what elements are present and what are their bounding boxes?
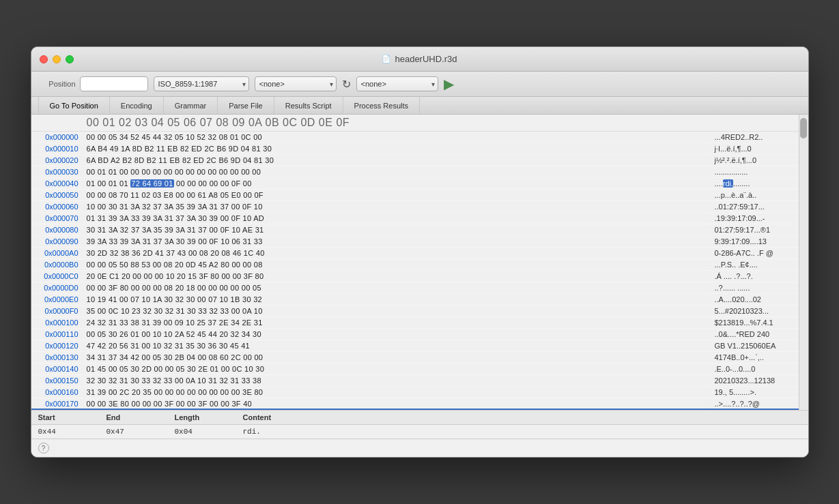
hex-row-21[interactable]: 0x000150 32 30 32 31 30 33 32 33 00 0A 1…: [31, 375, 799, 387]
status-col-end: End: [100, 412, 168, 423]
hex-offset-19: 0x000130: [31, 353, 83, 362]
hex-bytes-8: 30 31 3A 32 37 3A 35 39 3A 31 37 00 0F 1…: [83, 225, 710, 235]
status-col-length: Length: [168, 412, 236, 423]
hex-offset-12: 0x0000C0: [31, 271, 83, 281]
hex-bytes-1: 6A B4 49 1A 8D B2 11 EB 82 ED 2C B6 9D 0…: [83, 144, 710, 153]
hex-row-17[interactable]: 0x000110 00 05 30 26 01 00 10 10 2A 52 4…: [31, 329, 799, 340]
hex-ascii-5: ...p...è..a¨.à..: [710, 190, 799, 200]
maximize-button[interactable]: [66, 55, 74, 63]
hex-row-2[interactable]: 0x000020 6A BD A2 B2 8D B2 11 EB 82 ED 2…: [31, 155, 799, 166]
window-title: headerUHD.r3d: [395, 54, 457, 64]
hex-offset-11: 0x0000B0: [31, 260, 83, 269]
hex-bytes-16: 24 32 31 33 38 31 39 00 09 10 25 37 2E 3…: [83, 318, 710, 327]
hex-ascii-21: 20210323...12138: [710, 376, 799, 385]
help-icon[interactable]: ?: [38, 443, 49, 454]
hex-bytes-13: 00 00 3F 80 00 00 00 08 20 18 00 00 00 0…: [83, 283, 710, 293]
results-script-select[interactable]: <none>: [356, 76, 438, 91]
refresh-button[interactable]: ↻: [342, 78, 351, 91]
hex-ascii-22: 19., 5........>.: [710, 387, 799, 397]
hex-offset-10: 0x0000A0: [31, 248, 83, 258]
encoding-group: ISO_8859-1:1987: [154, 76, 249, 91]
hex-row-22[interactable]: 0x000160 31 39 00 2C 20 35 00 00 00 00 0…: [31, 387, 799, 398]
hex-ascii-header: [710, 116, 799, 130]
window-title-area: 📄 headerUHD.r3d: [382, 54, 457, 64]
hex-bytes-11: 00 00 05 50 88 53 00 08 20 0D 45 A2 80 0…: [83, 260, 710, 269]
hex-ascii-18: GB V1..215060EA: [710, 341, 799, 351]
grammar-select-wrapper: <none>: [255, 76, 337, 91]
hex-row-0[interactable]: 0x000000 00 00 05 34 52 45 44 32 05 10 5…: [31, 132, 799, 143]
hex-row-5[interactable]: 0x000050 00 00 08 70 11 02 03 E8 00 00 6…: [31, 190, 799, 201]
results-script-wrapper: <none>: [356, 76, 438, 91]
hex-ascii-16: $213819...%7.4.1: [710, 318, 799, 327]
hex-bytes-10: 30 2D 32 38 36 2D 41 37 43 00 08 20 08 4…: [83, 248, 710, 258]
hex-bytes-5: 00 00 08 70 11 02 03 E8 00 00 61 A8 05 E…: [83, 190, 710, 200]
hex-row-11[interactable]: 0x0000B0 00 00 05 50 88 53 00 08 20 0D 4…: [31, 259, 799, 271]
hex-ascii-9: 9:39:17:09....13: [710, 237, 799, 246]
nav-bar: Go To Position Encoding Grammar Parse Fi…: [31, 97, 808, 115]
hex-row-6[interactable]: 0x000060 10 00 30 31 3A 32 37 3A 35 39 3…: [31, 201, 799, 213]
hex-bytes-header: 00 01 02 03 04 05 06 07 08 09 0A 0B 0C 0…: [83, 116, 710, 130]
hex-row-18[interactable]: 0x000120 47 42 20 56 31 00 10 32 31 35 3…: [31, 340, 799, 352]
encoding-select[interactable]: ISO_8859-1:1987: [154, 76, 249, 91]
hex-bytes-23: 00 00 3E 80 00 00 00 3F 00 00 3F 00 00 3…: [83, 399, 710, 409]
hex-editor: 00 01 02 03 04 05 06 07 08 09 0A 0B 0C 0…: [31, 115, 808, 410]
hex-ascii-12: .Á .... .?...?.: [710, 271, 799, 281]
hex-row-12[interactable]: 0x0000C0 20 0E C1 20 00 00 00 10 20 15 3…: [31, 271, 799, 282]
hex-row-8[interactable]: 0x000080 30 31 3A 32 37 3A 35 39 3A 31 3…: [31, 224, 799, 236]
nav-goto-position[interactable]: Go To Position: [38, 97, 110, 114]
hex-row-14[interactable]: 0x0000E0 10 19 41 00 07 10 1A 30 32 30 0…: [31, 294, 799, 306]
status-header-row: Start End Length Content: [31, 411, 808, 425]
grammar-select[interactable]: <none>: [255, 76, 337, 91]
status-col-start: Start: [31, 412, 100, 423]
hex-offset-23: 0x000170: [31, 399, 83, 409]
hex-bytes-21: 32 30 32 31 30 33 32 33 00 0A 10 31 32 3…: [83, 376, 710, 385]
hex-bytes-2: 6A BD A2 B2 8D B2 11 EB 82 ED 2C B6 9D 0…: [83, 155, 710, 165]
position-input[interactable]: [80, 76, 148, 91]
nav-parse-file[interactable]: Parse File: [218, 97, 274, 114]
hex-row-20[interactable]: 0x000140 01 45 00 05 30 2D 00 00 05 30 2…: [31, 364, 799, 375]
hex-row-7[interactable]: 0x000070 01 31 39 3A 33 39 3A 31 37 3A 3…: [31, 213, 799, 224]
hex-row-3[interactable]: 0x000030 00 01 01 00 00 00 00 00 00 00 0…: [31, 166, 799, 178]
status-content-value: rdi.: [236, 427, 808, 436]
hex-row-15[interactable]: 0x0000F0 35 00 0C 10 23 32 30 32 31 30 3…: [31, 306, 799, 317]
hex-row-4[interactable]: 0x000040 01 00 01 01 72 64 69 01 00 00 0…: [31, 178, 799, 190]
hex-offset-header: [31, 116, 83, 130]
hex-offset-20: 0x000140: [31, 364, 83, 374]
hex-offset-9: 0x000090: [31, 237, 83, 246]
hex-selected-bytes: 72 64 69 01: [130, 179, 173, 188]
hex-row-16[interactable]: 0x000100 24 32 31 33 38 31 39 00 09 10 2…: [31, 317, 799, 329]
hex-row-13[interactable]: 0x0000D0 00 00 3F 80 00 00 00 08 20 18 0…: [31, 282, 799, 294]
hex-column-headers: 00 01 02 03 04 05 06 07 08 09 0A 0B 0C 0…: [31, 115, 799, 132]
hex-bytes-15: 35 00 0C 10 23 32 30 32 31 30 33 32 33 0…: [83, 306, 710, 316]
hex-ascii-3: ................: [710, 167, 799, 177]
hex-bytes-0: 00 00 05 34 52 45 44 32 05 10 52 32 08 0…: [83, 132, 710, 142]
minimize-button[interactable]: [53, 55, 61, 63]
process-results-button[interactable]: ▶: [444, 76, 454, 92]
hex-ascii-6: ..01:27:59:17...: [710, 202, 799, 211]
hex-offset-22: 0x000160: [31, 387, 83, 397]
nav-process-results[interactable]: Process Results: [343, 97, 420, 114]
status-bar: Start End Length Content 0x44 0x47 0x04 …: [31, 410, 808, 439]
nav-results-script[interactable]: Results Script: [274, 97, 343, 114]
hex-offset-3: 0x000030: [31, 167, 83, 177]
scrollbar-thumb[interactable]: [800, 118, 807, 138]
hex-row-9[interactable]: 0x000090 39 3A 33 39 3A 31 37 3A 30 39 0…: [31, 236, 799, 248]
hex-offset-1: 0x000010: [31, 144, 83, 153]
hex-offset-16: 0x000100: [31, 318, 83, 327]
hex-scrollbar[interactable]: [799, 115, 808, 410]
close-button[interactable]: [40, 55, 48, 63]
nav-encoding[interactable]: Encoding: [110, 97, 164, 114]
hex-row-19[interactable]: 0x000130 34 31 37 34 42 00 05 30 2B 04 0…: [31, 352, 799, 364]
hex-row-1[interactable]: 0x000010 6A B4 49 1A 8D B2 11 EB 82 ED 2…: [31, 143, 799, 155]
hex-ascii-7: .19:39:17:09...-: [710, 213, 799, 223]
status-end-value: 0x47: [100, 427, 168, 436]
hex-ascii-19: 4174B..0+...`,..: [710, 353, 799, 362]
hex-offset-2: 0x000020: [31, 155, 83, 165]
hex-offset-6: 0x000060: [31, 202, 83, 211]
hex-row-23[interactable]: 0x000170 00 00 3E 80 00 00 00 3F 00 00 3…: [31, 398, 799, 410]
nav-grammar[interactable]: Grammar: [164, 97, 218, 114]
hex-ascii-11: ...P.S.. .E¢....: [710, 260, 799, 269]
grammar-group: <none>: [255, 76, 337, 91]
toolbar: Position ISO_8859-1:1987 <none> ↻ <none>: [31, 72, 808, 97]
hex-row-10[interactable]: 0x0000A0 30 2D 32 38 36 2D 41 37 43 00 0…: [31, 248, 799, 259]
